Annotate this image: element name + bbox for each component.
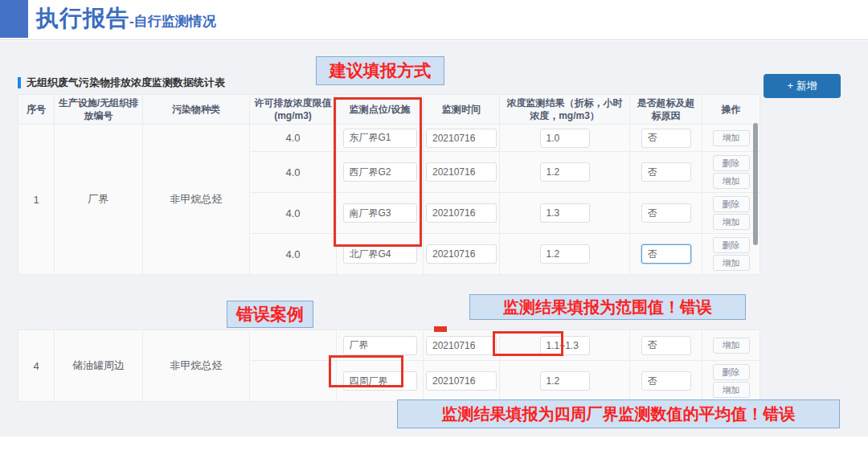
time-input[interactable] <box>426 244 497 264</box>
col-header-no: 序号 <box>18 95 55 125</box>
annotation-frame-point-column <box>334 97 422 247</box>
add-row-button[interactable]: 增加 <box>713 338 750 354</box>
cell-limit-empty <box>250 361 337 402</box>
col-header-facility: 生产设施/无组织排放编号 <box>55 95 143 125</box>
cell-limit: 4.0 <box>250 234 337 275</box>
cell-pollutant: 非甲烷总烃 <box>143 330 250 402</box>
add-row-button[interactable]: 增加 <box>713 130 750 146</box>
cell-facility: 储油罐周边 <box>55 330 143 402</box>
time-input[interactable] <box>426 162 497 182</box>
callout-range-error: 监测结果填报为范围值！错误 <box>469 294 746 320</box>
annotation-frame-range-result <box>493 331 563 356</box>
cell-no: 1 <box>18 125 55 275</box>
annotation-red-mark <box>434 326 447 332</box>
time-input[interactable] <box>426 129 497 148</box>
add-row-button[interactable]: 增加 <box>713 173 750 189</box>
cell-limit: 4.0 <box>250 193 337 234</box>
time-input[interactable] <box>426 203 497 223</box>
add-row-button[interactable]: 增加 <box>713 382 750 398</box>
result-input[interactable] <box>540 371 590 391</box>
cell-no: 4 <box>18 330 55 402</box>
time-input[interactable] <box>426 336 497 355</box>
time-input[interactable] <box>426 371 497 391</box>
title-accent-block <box>0 0 28 38</box>
result-input[interactable] <box>540 129 590 148</box>
col-header-result: 浓度监测结果（折标，小时浓度，mg/m3） <box>500 95 630 125</box>
result-input[interactable] <box>540 203 590 223</box>
point-input[interactable] <box>343 244 417 264</box>
exceed-input[interactable] <box>641 203 691 223</box>
title-bar: 执行报告 -自行监测情况 <box>0 0 868 40</box>
callout-error-case: 错误案例 <box>227 301 313 328</box>
delete-row-button[interactable]: 删除 <box>713 364 750 380</box>
cell-limit-empty <box>250 330 337 361</box>
col-header-exceed: 是否超标及超标原因 <box>630 95 702 125</box>
delete-row-button[interactable]: 删除 <box>713 155 750 171</box>
cell-facility: 厂界 <box>55 125 143 275</box>
delete-row-button[interactable]: 删除 <box>713 237 750 253</box>
exceed-input[interactable] <box>641 129 691 148</box>
callout-suggested-method: 建议填报方式 <box>316 56 444 85</box>
annotation-frame-surrounding-point <box>329 355 403 387</box>
result-input[interactable] <box>540 162 590 182</box>
page-title: 执行报告 -自行监测情况 <box>36 3 216 34</box>
cell-limit: 4.0 <box>250 125 337 152</box>
result-input[interactable] <box>540 244 590 264</box>
page-title-main: 执行报告 <box>36 3 129 34</box>
exceed-input[interactable] <box>641 162 691 182</box>
table-section-title: 无组织废气污染物排放浓度监测数据统计表 <box>18 76 225 90</box>
table-title: 无组织废气污染物排放浓度监测数据统计表 <box>27 76 225 90</box>
col-header-time: 监测时间 <box>424 95 500 125</box>
add-row-button[interactable]: 增加 <box>713 255 750 271</box>
section-accent-bar <box>18 77 21 88</box>
exceed-input[interactable] <box>641 244 691 264</box>
col-header-pollutant: 污染物种类 <box>143 95 250 125</box>
add-new-button[interactable]: + 新增 <box>764 74 841 98</box>
exceed-input[interactable] <box>641 371 691 391</box>
delete-row-button[interactable]: 删除 <box>713 196 750 212</box>
page-title-sub: -自行监测情况 <box>129 12 216 31</box>
col-header-operation: 操作 <box>702 95 760 125</box>
add-row-button[interactable]: 增加 <box>713 214 750 230</box>
table-scrollbar[interactable] <box>753 123 758 245</box>
exceed-input[interactable] <box>641 336 691 355</box>
point-input[interactable] <box>343 336 417 355</box>
cell-limit: 4.0 <box>250 152 337 193</box>
col-header-limit: 许可排放浓度限值 (mg/m3) <box>250 95 337 125</box>
cell-pollutant: 非甲烷总烃 <box>143 125 250 275</box>
callout-average-error: 监测结果填报为四周厂界监测数值的平均值！错误 <box>397 399 840 428</box>
